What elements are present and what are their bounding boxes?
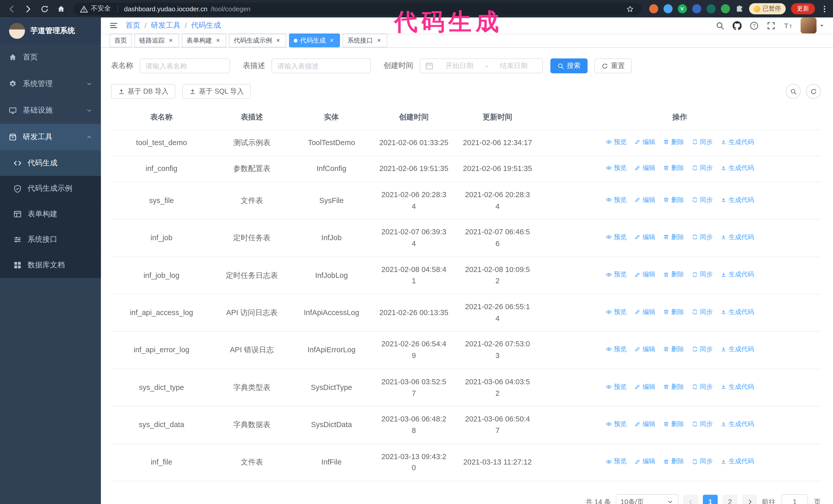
edit-link[interactable]: 编辑 (634, 137, 656, 147)
sidebar-item-db-doc[interactable]: 数据库文档 (0, 253, 101, 278)
browser-forward-button[interactable] (21, 2, 35, 16)
edit-link[interactable]: 编辑 (634, 419, 656, 429)
edit-link[interactable]: 编辑 (634, 270, 656, 280)
delete-link[interactable]: 删除 (663, 457, 684, 466)
goto-page-input[interactable] (782, 494, 808, 504)
preview-link[interactable]: 预览 (605, 137, 627, 147)
extension-teal-dot[interactable] (706, 4, 715, 13)
close-icon[interactable]: × (275, 37, 282, 44)
sync-link[interactable]: 同步 (691, 457, 713, 466)
paused-badge[interactable]: 已暂停 (749, 3, 786, 14)
generate-code-link[interactable]: 生成代码 (720, 307, 754, 317)
tag-系统接口[interactable]: 系统接口× (343, 33, 387, 47)
edit-link[interactable]: 编辑 (634, 457, 656, 466)
sidebar-item-api[interactable]: 系统接口 (0, 227, 101, 252)
generate-code-link[interactable]: 生成代码 (720, 344, 754, 354)
generate-code-link[interactable]: 生成代码 (720, 195, 754, 205)
preview-link[interactable]: 预览 (605, 307, 627, 317)
delete-link[interactable]: 删除 (663, 419, 684, 429)
generate-code-link[interactable]: 生成代码 (720, 457, 754, 466)
sync-link[interactable]: 同步 (691, 344, 713, 354)
generate-code-link[interactable]: 生成代码 (720, 419, 754, 429)
sync-link[interactable]: 同步 (691, 163, 713, 173)
generate-code-link[interactable]: 生成代码 (720, 137, 754, 147)
tag-代码生成[interactable]: 代码生成× (289, 33, 340, 47)
security-chip[interactable]: 不安全 (80, 4, 111, 13)
delete-link[interactable]: 删除 (663, 307, 684, 317)
close-icon[interactable]: × (215, 37, 221, 44)
page-2-button[interactable]: 2 (722, 495, 737, 504)
preview-link[interactable]: 预览 (605, 457, 627, 466)
delete-link[interactable]: 删除 (663, 137, 684, 147)
preview-link[interactable]: 预览 (605, 270, 627, 280)
sidebar-item-system[interactable]: 系统管理 (0, 71, 101, 97)
fullscreen-button[interactable] (767, 21, 776, 30)
delete-link[interactable]: 删除 (663, 232, 684, 242)
preview-link[interactable]: 预览 (605, 232, 627, 242)
browser-back-button[interactable] (4, 2, 19, 16)
table-desc-input[interactable] (271, 58, 371, 73)
sidebar-item-codegen-example[interactable]: 代码生成示例 (0, 176, 101, 201)
tag-链路追踪[interactable]: 链路追踪× (134, 33, 179, 47)
bookmark-star-button[interactable] (624, 3, 635, 14)
sidebar-item-form-build[interactable]: 表单构建 (0, 201, 101, 227)
extension-green-v-dot[interactable]: V (678, 4, 687, 13)
extension-indigo-dot[interactable] (692, 4, 701, 13)
preview-link[interactable]: 预览 (605, 344, 627, 354)
preview-link[interactable]: 预览 (605, 382, 627, 392)
sidebar-item-home[interactable]: 首页 (0, 44, 101, 71)
prev-page-button[interactable] (683, 495, 698, 504)
delete-link[interactable]: 删除 (663, 163, 684, 173)
page-size-select[interactable]: 10条/页 (616, 494, 679, 504)
preview-link[interactable]: 预览 (605, 419, 627, 429)
close-icon[interactable]: × (376, 37, 382, 44)
close-icon[interactable]: × (328, 37, 335, 44)
sidebar-item-infra[interactable]: 基础设施 (0, 97, 101, 124)
extension-leaf-dot[interactable] (721, 4, 730, 13)
docs-help-button[interactable]: ? (750, 21, 759, 30)
sync-link[interactable]: 同步 (691, 419, 713, 429)
extensions-puzzle-button[interactable] (735, 5, 743, 13)
sync-link[interactable]: 同步 (691, 382, 713, 392)
edit-link[interactable]: 编辑 (634, 307, 656, 317)
generate-code-link[interactable]: 生成代码 (720, 382, 754, 392)
edit-link[interactable]: 编辑 (634, 163, 656, 173)
update-button[interactable]: 更新 (791, 3, 815, 14)
github-link[interactable] (733, 21, 741, 30)
delete-link[interactable]: 删除 (663, 344, 684, 354)
tag-首页[interactable]: 首页 (110, 33, 132, 47)
refresh-table-button[interactable] (806, 84, 821, 99)
breadcrumb-item[interactable]: 研发工具 (151, 21, 181, 30)
import-sql-button[interactable]: 基于 SQL 导入 (183, 84, 251, 99)
tag-表单构建[interactable]: 表单构建× (182, 33, 226, 47)
browser-reload-button[interactable] (37, 2, 51, 16)
date-range-picker[interactable]: 开始日期 - 结束日期 (420, 58, 543, 73)
page-1-button[interactable]: 1 (703, 495, 718, 504)
import-db-button[interactable]: 基于 DB 导入 (111, 84, 175, 99)
extension-orange-dot[interactable] (649, 4, 658, 13)
generate-code-link[interactable]: 生成代码 (720, 232, 754, 242)
app-logo[interactable]: 芋道管理系统 (0, 18, 101, 44)
extension-blue-dot[interactable] (663, 4, 672, 13)
browser-menu-button[interactable] (820, 5, 829, 13)
search-button[interactable]: 搜索 (550, 58, 588, 73)
preview-link[interactable]: 预览 (605, 163, 627, 173)
sync-link[interactable]: 同步 (691, 232, 713, 242)
user-menu[interactable] (801, 18, 825, 33)
edit-link[interactable]: 编辑 (634, 195, 656, 205)
next-page-button[interactable] (742, 495, 757, 504)
edit-link[interactable]: 编辑 (634, 232, 656, 242)
tag-代码生成示例[interactable]: 代码生成示例× (229, 33, 286, 47)
toggle-search-button[interactable] (786, 84, 801, 99)
edit-link[interactable]: 编辑 (634, 382, 656, 392)
table-name-input[interactable] (140, 58, 230, 73)
sync-link[interactable]: 同步 (691, 137, 713, 147)
breadcrumb-item[interactable]: 首页 (125, 21, 140, 30)
font-size-button[interactable]: TT (784, 21, 792, 30)
header-search-button[interactable] (716, 21, 724, 30)
reset-button[interactable]: 重置 (594, 58, 632, 73)
generate-code-link[interactable]: 生成代码 (720, 163, 754, 173)
sidebar-item-devtools[interactable]: 研发工具 (0, 124, 101, 150)
close-icon[interactable]: × (167, 37, 174, 44)
sync-link[interactable]: 同步 (691, 270, 713, 280)
